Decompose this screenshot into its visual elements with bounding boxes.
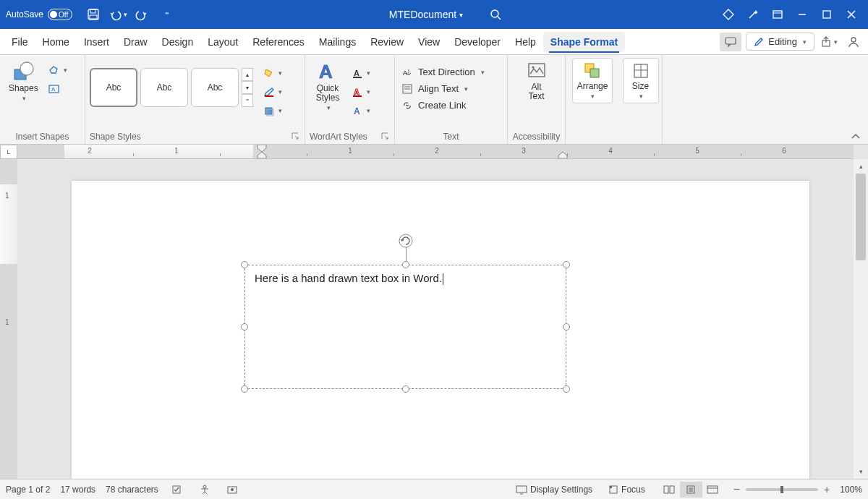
gallery-prev[interactable]: ▴ [242, 68, 253, 81]
tab-draw[interactable]: Draw [116, 32, 155, 52]
resize-handle-ne[interactable] [563, 261, 570, 268]
resize-handle-nw[interactable] [241, 261, 248, 268]
dialog-launcher-icon[interactable] [381, 132, 390, 141]
text-box-shape[interactable]: Here is a hand drawn text box in Word. [244, 265, 566, 389]
close-button[interactable] [841, 4, 862, 25]
accessibility-status[interactable] [196, 482, 213, 498]
zoom-in-button[interactable]: + [824, 484, 830, 495]
resize-handle-sw[interactable] [241, 385, 248, 393]
right-indent-marker[interactable] [558, 152, 569, 159]
edit-shape-button[interactable]: ▾ [46, 62, 70, 78]
shapes-button[interactable]: Shapes▾ [4, 58, 43, 105]
svg-rect-49 [670, 486, 674, 493]
macro-status[interactable] [224, 482, 241, 498]
ribbon-display-button[interactable] [767, 4, 788, 25]
shape-styles-gallery[interactable]: Abc Abc Abc ▴ ▾ ⁼ [90, 64, 253, 111]
resize-handle-w[interactable] [241, 323, 248, 330]
shape-outline-button[interactable]: ▾ [260, 84, 285, 100]
comments-button[interactable] [720, 33, 741, 51]
tab-mailings[interactable]: Mailings [312, 32, 363, 52]
tab-help[interactable]: Help [508, 32, 543, 52]
autosave-toggle[interactable]: AutoSave Off [6, 9, 72, 20]
vertical-scrollbar[interactable]: ▴ ▾ [854, 159, 868, 479]
print-layout-button[interactable] [680, 482, 702, 498]
monitor-icon [516, 485, 527, 495]
display-settings-button[interactable]: Display Settings [513, 482, 595, 498]
account-button[interactable] [843, 32, 864, 52]
scroll-thumb[interactable] [856, 174, 866, 260]
gallery-next[interactable]: ▾ [242, 81, 253, 94]
web-layout-button[interactable] [702, 482, 723, 498]
quick-styles-button[interactable]: A Quick Styles▾ [310, 58, 346, 114]
resize-handle-se[interactable] [563, 385, 570, 393]
text-direction-button[interactable]: A Text Direction▾ [399, 65, 488, 79]
collapse-ribbon-button[interactable] [851, 132, 861, 142]
autosave-label: AutoSave [6, 9, 43, 20]
word-count[interactable]: 17 words [60, 485, 95, 495]
maximize-button[interactable] [816, 4, 838, 25]
svg-point-16 [20, 62, 33, 75]
search-button[interactable] [485, 9, 506, 20]
vertical-ruler[interactable]: 1 1 2 [0, 159, 17, 479]
redo-button[interactable] [132, 4, 153, 25]
text-box-content[interactable]: Here is a hand drawn text box in Word. [255, 272, 443, 285]
tab-file[interactable]: File [4, 32, 35, 52]
diamond-icon[interactable] [718, 4, 739, 25]
scroll-down-button[interactable]: ▾ [854, 464, 868, 479]
left-indent-marker[interactable] [258, 152, 268, 159]
tab-layout[interactable]: Layout [200, 32, 245, 52]
document-title[interactable]: MTEDocument▾ [389, 9, 463, 20]
undo-button[interactable]: ▾ [107, 4, 129, 25]
tab-design[interactable]: Design [155, 32, 201, 52]
text-fill-button[interactable]: A▾ [349, 65, 373, 81]
zoom-out-button[interactable]: − [733, 483, 740, 496]
text-outline-button[interactable]: A▾ [349, 84, 373, 100]
qat-customize-button[interactable]: ⁼ [156, 4, 178, 25]
alt-text-button[interactable]: Alt Text [519, 58, 555, 104]
draw-text-box-button[interactable]: A [46, 81, 70, 97]
svg-rect-24 [353, 77, 362, 78]
horizontal-ruler[interactable]: 2 1 1 2 3 4 5 6 [17, 145, 854, 159]
tab-references[interactable]: References [245, 32, 312, 52]
scroll-up-button[interactable]: ▴ [854, 159, 868, 174]
resize-handle-e[interactable] [563, 323, 570, 330]
arrange-button[interactable]: Arrange▾ [572, 58, 613, 103]
page-status[interactable]: Page 1 of 2 [6, 485, 50, 495]
align-text-button[interactable]: Align Text▾ [399, 82, 488, 95]
dialog-launcher-icon[interactable] [292, 132, 300, 141]
create-link-button[interactable]: Create Link [399, 98, 488, 112]
share-button[interactable]: ▾ [819, 32, 839, 52]
minimize-button[interactable] [791, 4, 813, 25]
spelling-status[interactable] [169, 482, 186, 498]
zoom-slider[interactable] [746, 488, 818, 491]
zoom-level[interactable]: 100% [840, 485, 862, 495]
ribbon-tabs: File Home Insert Draw Design Layout Refe… [0, 29, 868, 55]
wand-icon[interactable] [742, 4, 764, 25]
gallery-more[interactable]: ⁼ [242, 94, 253, 107]
tab-view[interactable]: View [411, 32, 447, 52]
editing-mode-button[interactable]: Editing▾ [746, 33, 814, 51]
pencil-icon [754, 37, 764, 47]
align-text-icon [402, 84, 414, 94]
resize-handle-n[interactable] [402, 261, 409, 268]
tab-developer[interactable]: Developer [447, 32, 508, 52]
tab-review[interactable]: Review [363, 32, 411, 52]
style-preset-1[interactable]: Abc [90, 68, 137, 107]
tab-home[interactable]: Home [35, 32, 77, 52]
read-mode-button[interactable] [658, 482, 680, 498]
char-count[interactable]: 78 characters [106, 485, 158, 495]
style-preset-2[interactable]: Abc [140, 68, 188, 107]
shape-fill-button[interactable]: ▾ [260, 65, 285, 81]
document-area[interactable]: Here is a hand drawn text box in Word. [17, 159, 854, 479]
wordart-icon: A [317, 61, 339, 82]
text-effects-button[interactable]: A▾ [349, 103, 373, 119]
rotate-handle[interactable] [398, 233, 414, 251]
shape-effects-button[interactable]: ▾ [260, 103, 285, 119]
save-button[interactable] [82, 4, 104, 25]
tab-shape-format[interactable]: Shape Format [543, 32, 625, 52]
style-preset-3[interactable]: Abc [191, 68, 239, 107]
tab-insert[interactable]: Insert [77, 32, 116, 52]
focus-mode-button[interactable]: Focus [605, 482, 648, 498]
resize-handle-s[interactable] [402, 385, 409, 393]
size-button[interactable]: Size▾ [623, 58, 659, 103]
